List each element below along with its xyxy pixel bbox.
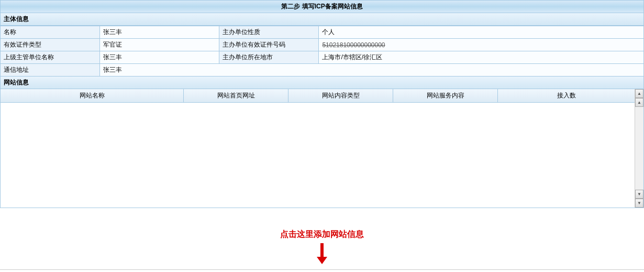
svg-rect-0 <box>320 243 324 257</box>
table-row: 名称 张三丰 主办单位性质 个人 <box>1 26 644 39</box>
step-header: 第二步 填写ICP备案网站信息 <box>0 0 644 13</box>
label-superior: 上级主管单位名称 <box>1 51 100 64</box>
label-location: 主办单位所在地市 <box>219 51 319 64</box>
label-cert-type: 有效证件类型 <box>1 39 100 51</box>
col-content-type[interactable]: 网站内容类型 <box>288 89 393 102</box>
value-cert-type: 军官证 <box>100 39 219 51</box>
value-location: 上海市/市辖区/徐汇区 <box>319 51 644 64</box>
value-name: 张三丰 <box>100 26 219 39</box>
annotation-text: 点击这里添加网站信息 <box>0 229 644 240</box>
col-service-content[interactable]: 网站服务内容 <box>393 89 498 102</box>
table-row: 通信地址 张三丰 <box>1 64 644 77</box>
table-row: 上级主管单位名称 张三丰 主办单位所在地市 上海市/市辖区/徐汇区 <box>1 51 644 64</box>
label-unit-nature: 主办单位性质 <box>219 26 319 39</box>
grid-header: 网站名称 网站首页网址 网站内容类型 网站服务内容 接入数 <box>1 89 635 103</box>
site-section-header: 网站信息 <box>0 77 644 89</box>
col-site-name[interactable]: 网站名称 <box>1 89 184 102</box>
value-address: 张三丰 <box>100 64 644 77</box>
scroll-track[interactable] <box>635 107 643 190</box>
subject-section-header: 主体信息 <box>0 13 644 26</box>
col-site-url[interactable]: 网站首页网址 <box>184 89 288 102</box>
scroll-up-icon[interactable]: ▲ <box>635 89 643 98</box>
button-bar: 上一步 添加网站 修 改 删 除 下一步 <box>0 269 644 272</box>
svg-marker-1 <box>317 257 327 264</box>
grid-body-empty <box>1 103 635 208</box>
value-unit-nature: 个人 <box>319 26 644 39</box>
annotation: 点击这里添加网站信息 <box>0 229 644 264</box>
table-row: 有效证件类型 军官证 主办单位有效证件号码 510218100000000000 <box>1 39 644 51</box>
value-superior: 张三丰 <box>100 51 219 64</box>
col-access-count[interactable]: 接入数 <box>498 89 635 102</box>
label-name: 名称 <box>1 26 100 39</box>
step-title: 第二步 填写ICP备案网站信息 <box>281 3 362 10</box>
scroll-down-icon[interactable]: ▼ <box>635 199 643 208</box>
scroll-up-step-icon[interactable]: ▲ <box>635 98 643 107</box>
site-grid: 网站名称 网站首页网址 网站内容类型 网站服务内容 接入数 ▲ ▲ ▼ ▼ <box>0 89 644 208</box>
label-cert-no: 主办单位有效证件号码 <box>219 39 319 51</box>
scroll-down-step-icon[interactable]: ▼ <box>635 190 643 199</box>
vertical-scrollbar[interactable]: ▲ ▲ ▼ ▼ <box>635 89 643 208</box>
label-address: 通信地址 <box>1 64 100 77</box>
arrow-down-icon <box>0 243 644 264</box>
value-cert-no: 510218100000000000 <box>319 39 644 51</box>
subject-info-table: 名称 张三丰 主办单位性质 个人 有效证件类型 军官证 主办单位有效证件号码 5… <box>0 26 644 77</box>
